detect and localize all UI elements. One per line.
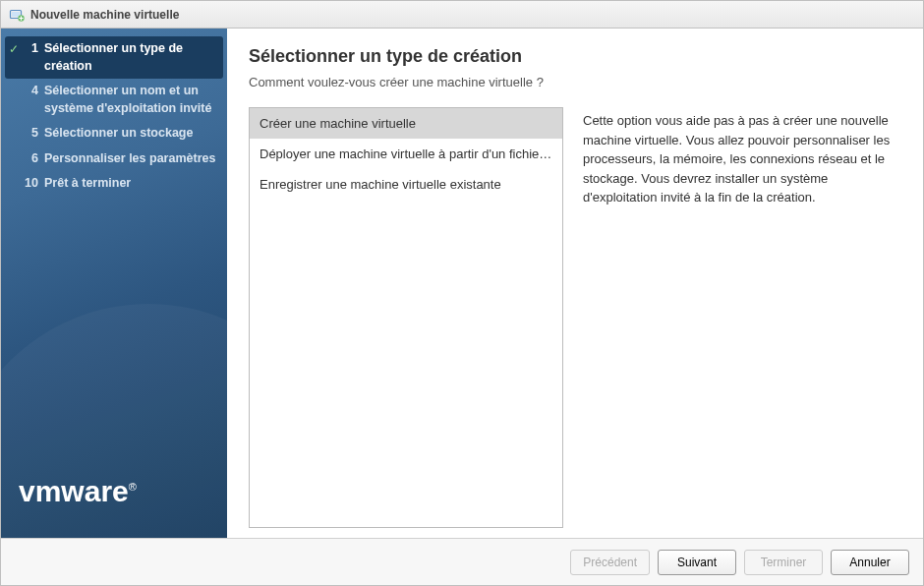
wizard-dialog: Nouvelle machine virtuelle ✓ 1 Sélection…	[0, 0, 924, 586]
option-create-new-vm[interactable]: Créer une machine virtuelle	[250, 108, 562, 139]
step-select-creation-type[interactable]: ✓ 1 Sélectionner un type de création	[5, 36, 223, 79]
sidebar: ✓ 1 Sélectionner un type de création 4 S…	[1, 29, 227, 538]
step-label: Sélectionner un nom et un système d'expl…	[44, 83, 217, 117]
step-number: 1	[21, 40, 38, 58]
step-ready-complete[interactable]: 10 Prêt à terminer	[1, 171, 227, 197]
option-deploy-ovf[interactable]: Déployer une machine virtuelle à partir …	[250, 139, 562, 169]
step-label: Prêt à terminer	[44, 175, 217, 193]
titlebar: Nouvelle machine virtuelle	[1, 1, 923, 29]
step-customize-settings[interactable]: 6 Personnaliser les paramètres	[1, 146, 227, 172]
option-register-existing[interactable]: Enregistrer une machine virtuelle exista…	[250, 169, 562, 200]
footer: Précédent Suivant Terminer Annuler	[1, 538, 923, 585]
step-number: 10	[21, 175, 38, 193]
logo-text: vmware	[19, 475, 129, 507]
step-number: 4	[21, 83, 38, 100]
option-description: Cette option vous aide pas à pas à créer…	[583, 107, 901, 528]
svg-rect-1	[12, 12, 20, 17]
back-button[interactable]: Précédent	[570, 550, 650, 575]
wizard-steps: ✓ 1 Sélectionner un type de création 4 S…	[1, 29, 227, 205]
step-select-storage[interactable]: 5 Sélectionner un stockage	[1, 121, 227, 146]
page-title: Sélectionner un type de création	[249, 46, 901, 67]
step-label: Personnaliser les paramètres	[44, 150, 217, 168]
step-number: 6	[21, 150, 38, 168]
step-select-name-os[interactable]: 4 Sélectionner un nom et un système d'ex…	[1, 79, 227, 121]
vm-add-icon	[9, 7, 25, 23]
dialog-body: ✓ 1 Sélectionner un type de création 4 S…	[1, 29, 923, 538]
step-label: Sélectionner un type de création	[44, 40, 217, 75]
main-pane: Sélectionner un type de création Comment…	[227, 29, 923, 538]
finish-button[interactable]: Terminer	[744, 550, 823, 575]
check-icon: ✓	[7, 41, 21, 58]
cancel-button[interactable]: Annuler	[831, 550, 909, 575]
page-subtitle: Comment voulez-vous créer une machine vi…	[249, 75, 901, 89]
content-row: Créer une machine virtuelle Déployer une…	[249, 107, 901, 528]
next-button[interactable]: Suivant	[658, 550, 736, 575]
creation-type-list: Créer une machine virtuelle Déployer une…	[249, 107, 563, 528]
registered-mark: ®	[129, 481, 137, 493]
step-label: Sélectionner un stockage	[44, 125, 217, 143]
window-title: Nouvelle machine virtuelle	[30, 8, 179, 22]
step-number: 5	[21, 125, 38, 143]
vmware-logo: vmware®	[1, 475, 227, 538]
